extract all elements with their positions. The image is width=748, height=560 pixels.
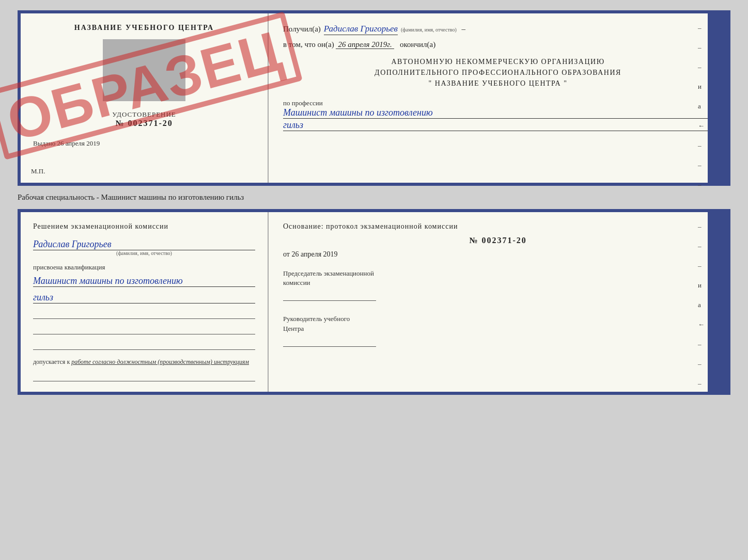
udostoverenie-block: УДОСТОВЕРЕНИЕ № 002371-20 [33, 110, 255, 128]
dash-b3: – [698, 262, 705, 270]
commission-name-sublabel: (фамилия, имя, отчество) [33, 250, 255, 256]
date-suffix: окончил(а) [400, 40, 435, 49]
dash-b2: – [698, 242, 705, 250]
commission-title: Решением экзаменационной комиссии [33, 222, 255, 231]
label-a: а [698, 102, 705, 110]
director-label1: Руководитель учебного [283, 315, 350, 323]
top-center-title: НАЗВАНИЕ УЧЕБНОГО ЦЕНТРА [33, 24, 255, 32]
chairman-block: Председатель экзаменационной комиссии [283, 269, 713, 301]
recipient-line: Получил(а) Радислав Григорьев (фамилия, … [283, 24, 713, 35]
org-line2: ДОПОЛНИТЕЛЬНОГО ПРОФЕССИОНАЛЬНОГО ОБРАЗО… [283, 67, 713, 78]
side-dashes-top: – – – и а ← – – – [698, 24, 705, 189]
label-barrow: ← [698, 321, 705, 329]
blank-line-1 [33, 310, 255, 319]
certificate-container: НАЗВАНИЕ УЧЕБНОГО ЦЕНТРА ОБРАЗЕЦ УДОСТОВ… [18, 10, 730, 395]
commission-name: Радислав Григорьев [33, 239, 255, 250]
chairman-signature-line [283, 291, 376, 301]
label-ba: а [698, 301, 705, 309]
date-prefix: в том, что он(а) [283, 40, 334, 49]
dash-1: – [698, 24, 705, 32]
org-line3: " НАЗВАНИЕ УЧЕБНОГО ЦЕНТРА " [283, 78, 713, 89]
bottom-left-panel: Решением экзаменационной комиссии Радисл… [21, 212, 269, 392]
dash-b1: – [698, 222, 705, 231]
label-arrow: ← [698, 122, 705, 130]
dash-separator: – [460, 25, 465, 34]
date-line: в том, что он(а) 26 апреля 2019г. окончи… [283, 40, 713, 49]
dash-3: – [698, 63, 705, 71]
director-block: Руководитель учебного Центра [283, 314, 713, 346]
profession-value1: Машинист машины по изготовлению [283, 107, 713, 119]
separator-label: Рабочая специальность - Машинист машины … [18, 191, 244, 204]
bottom-document: Решением экзаменационной комиссии Радисл… [18, 209, 730, 395]
profession-block: по профессии Машинист машины по изготовл… [283, 99, 713, 131]
dash-5: – [698, 161, 705, 169]
protocol-date-prefix: от [283, 250, 290, 258]
blank-line-3 [33, 341, 255, 350]
spine-top [708, 13, 727, 183]
recipient-prefix: Получил(а) [283, 25, 321, 34]
director-label: Руководитель учебного Центра [283, 314, 713, 333]
director-signature-line [283, 337, 376, 347]
dash-2: – [698, 43, 705, 52]
vydano-line: Выдано 26 апреля 2019 [33, 139, 255, 148]
recipient-name: Радислав Григорьев [324, 24, 398, 35]
chairman-label: Председатель экзаменационной комиссии [283, 269, 713, 287]
dopusk-text: допускается к работе согласно должностны… [33, 358, 255, 366]
recipient-sublabel: (фамилия, имя, отчество) [401, 27, 457, 33]
dash-b6: – [698, 379, 705, 388]
profession-label: по профессии [283, 99, 713, 107]
commission-name-block: Радислав Григорьев (фамилия, имя, отчест… [33, 239, 255, 256]
dopusk-value: работе согласно должностным (производств… [71, 358, 249, 365]
blank-line-4 [33, 372, 255, 381]
kvali-value1: Машинист машины по изготовлению [33, 276, 255, 287]
photo-placeholder [103, 39, 185, 101]
dash-b4: – [698, 340, 705, 348]
mp-line: М.П. [31, 167, 45, 175]
label-i: и [698, 83, 705, 91]
protocol-date: от 26 апреля 2019 [283, 250, 713, 259]
org-block: АВТОНОМНУЮ НЕКОММЕРЧЕСКУЮ ОРГАНИЗАЦИЮ ДО… [283, 56, 713, 89]
top-document: НАЗВАНИЕ УЧЕБНОГО ЦЕНТРА ОБРАЗЕЦ УДОСТОВ… [18, 10, 730, 186]
kvali-value2: гильз [33, 292, 255, 303]
chairman-label1: Председатель экзаменационной [283, 269, 374, 277]
chairman-label2: комиссии [283, 279, 310, 286]
profession-value2: гильз [283, 120, 713, 131]
top-right-panel: Получил(а) Радислав Григорьев (фамилия, … [269, 13, 727, 183]
label-bi: и [698, 281, 705, 290]
spine-bottom [708, 212, 727, 392]
kvali-label: присвоена квалификация [33, 263, 255, 271]
udostoverenie-title: УДОСТОВЕРЕНИЕ [33, 110, 255, 119]
dash-6: – [698, 181, 705, 189]
dash-4: – [698, 141, 705, 150]
dash-b5: – [698, 360, 705, 368]
org-line1: АВТОНОМНУЮ НЕКОММЕРЧЕСКУЮ ОРГАНИЗАЦИЮ [283, 56, 713, 67]
director-label2: Центра [283, 325, 304, 332]
protocol-number: № 002371-20 [283, 236, 713, 245]
osnov-title: Основание: протокол экзаменационной коми… [283, 222, 713, 231]
udostoverenie-number: № 002371-20 [33, 119, 255, 128]
dopusk-prefix: допускается к [33, 358, 70, 365]
protocol-date-value: 26 апреля 2019 [291, 250, 337, 258]
blank-line-2 [33, 325, 255, 334]
side-dashes-bottom: – – – и а ← – – – [698, 222, 705, 388]
top-left-panel: НАЗВАНИЕ УЧЕБНОГО ЦЕНТРА ОБРАЗЕЦ УДОСТОВ… [21, 13, 269, 183]
date-value: 26 апреля 2019г. [336, 40, 394, 49]
bottom-right-panel: Основание: протокол экзаменационной коми… [269, 212, 727, 392]
